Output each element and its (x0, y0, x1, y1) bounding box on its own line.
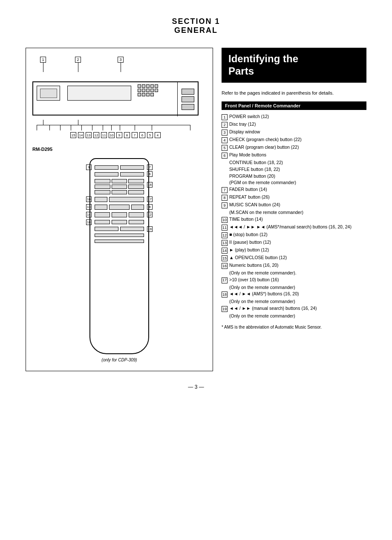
part-item-5: 5 CLEAR (program clear) button (22) (222, 144, 366, 151)
part-text-9: MUSIC SCAN button (24) (229, 202, 280, 208)
num-btn-8 (112, 190, 127, 194)
page: SECTION 1 GENERAL This section is extrac… (0, 0, 392, 540)
remote-row-19: 19 (95, 227, 144, 231)
remote-num-7: 7 (147, 165, 153, 170)
vline-8 (111, 125, 112, 130)
part-text-6: Play Mode buttons (229, 152, 266, 159)
part-num-17: 17 (222, 277, 228, 283)
only-caption: (only for CDP-309) (32, 358, 206, 362)
remote-btn-b2 (120, 172, 144, 176)
part-text-7: FADER button (14) (229, 186, 267, 193)
part-text-17: >10 (over 10) button (16) (229, 277, 279, 283)
vline-3 (121, 63, 121, 72)
ctrl-btn (142, 93, 145, 96)
vline-bot-2 (78, 120, 78, 125)
ctrl-row-3 (138, 93, 158, 96)
num-btn-3 (128, 179, 144, 183)
remote-num-10: 10 (86, 196, 92, 202)
num-grid-row1 (95, 179, 144, 183)
remote-btn-h1 (95, 234, 144, 237)
remote-btn-f3 (129, 220, 144, 224)
text-panel: Identifying the Parts Refer to the pages… (222, 48, 366, 371)
part-num-2: 2 (222, 122, 228, 128)
part-sub-18: (Only on the remote commander) (229, 298, 366, 305)
remote-btn-group8 (95, 234, 144, 237)
part-num-3: 3 (222, 130, 228, 136)
remote-num-19: 19 (147, 226, 153, 232)
display-screen (40, 89, 57, 98)
part-item-19: 19 ◄◄ / ►► (manual search) buttons (16, … (222, 305, 366, 312)
num-label-9: 9 (116, 132, 122, 138)
part-num-14: 14 (222, 248, 228, 254)
remote-btn-f1 (95, 220, 110, 224)
part-num-11: 11 (222, 225, 228, 231)
section-title-line1: SECTION 1 (26, 17, 366, 26)
part-text-8: REPEAT button (26) (229, 194, 270, 201)
part-num-5: 5 (222, 145, 228, 151)
diagram-panel: 1 2 3 (26, 48, 213, 371)
remote-btn-e2 (112, 212, 127, 217)
part-item-18: 18 ◄◄ / ►◄ (AMS*) buttons (16, 20) (222, 291, 366, 297)
remote-btn-a2 (120, 165, 144, 170)
remote-num-17: 17 (147, 196, 153, 202)
rm-label: RM-D295 (32, 147, 206, 152)
part-item-6: 6 Play Mode buttons (222, 152, 366, 159)
page-number: — 3 — (26, 384, 366, 390)
part-num-7: 7 (222, 187, 228, 193)
remote-btn-i1 (95, 240, 144, 243)
ctrl-btn (150, 84, 154, 88)
num-btn-1 (95, 179, 110, 183)
vline-1 (43, 63, 43, 72)
part-num-16: 16 (222, 263, 228, 269)
part-item-11: 11 ◄◄◄ / ►► ►◄ (AMS*/manual search) butt… (222, 224, 366, 231)
part-num-1: 1 (222, 114, 228, 120)
remote-num-14: 14 (86, 212, 92, 217)
part-text-14: ► (play) button (12) (229, 247, 269, 254)
part-item-4: 4 CHECK (program check) button (22) (222, 136, 366, 143)
part-item-16: 16 Numeric buttons (16, 20) (222, 262, 366, 269)
part-sub-shuffle: SHUFFLE button (18, 22) (229, 166, 366, 173)
part-text-16: Numeric buttons (16, 20) (229, 262, 279, 269)
bottom-connector (32, 120, 199, 130)
num-btn-2 (112, 179, 127, 183)
ctrl-btn (155, 89, 158, 92)
remote-num-16: 16 (147, 182, 153, 188)
btn-6 (182, 104, 194, 110)
front-panel-header: Front Panel / Remote Commander (222, 101, 366, 110)
ctrl-btn (146, 84, 150, 88)
remote-btn-group1 (95, 165, 144, 170)
remote-btn-group7 (95, 227, 144, 231)
part-num-4: 4 (222, 137, 228, 143)
part-sub-17: (Only on the remote commander) (229, 284, 366, 291)
top-labels-row: 1 2 3 (32, 57, 199, 69)
remote-btn-group3 (95, 197, 144, 202)
part-item-3: 3 Display window (222, 129, 366, 136)
hline-bot (37, 125, 190, 125)
remote-btn-e1 (95, 212, 110, 217)
remote-btn-c1 (95, 197, 107, 202)
num-label-4: 4 (155, 132, 161, 138)
num-label-5: 5 (147, 132, 153, 138)
remote-btn-group6 (95, 220, 144, 224)
remote-btn-b1 (95, 172, 118, 176)
remote-btn-group9 (95, 240, 144, 243)
vline-12 (71, 125, 71, 130)
device-diagram: 1 2 3 (32, 57, 206, 138)
num-label-13: 13 (86, 132, 92, 138)
remote-btn-d3 (131, 205, 144, 210)
note-box: This section is extracted from instructi… (298, 51, 366, 69)
ctrl-row-1 (138, 84, 158, 88)
part-item-2: 2 Disc tray (12) (222, 121, 366, 128)
num-btn-6 (128, 185, 144, 189)
remote-btn-d2 (109, 205, 130, 210)
vline-4 (190, 125, 190, 130)
part-item-13: 13 II (pause) button (12) (222, 239, 366, 246)
part-text-19: ◄◄ / ►► (manual search) buttons (16, 24) (229, 305, 317, 312)
vline-6 (135, 125, 135, 130)
remote-row-10-17: 10 17 (95, 197, 144, 202)
remote-row-9-7: 9 7 (95, 165, 144, 170)
mid-controls (138, 84, 158, 96)
remote-diagram: radiofan. 9 7 (60, 158, 179, 354)
vline-13 (60, 125, 61, 130)
remote-row-13-8: 13 8 (95, 205, 144, 210)
